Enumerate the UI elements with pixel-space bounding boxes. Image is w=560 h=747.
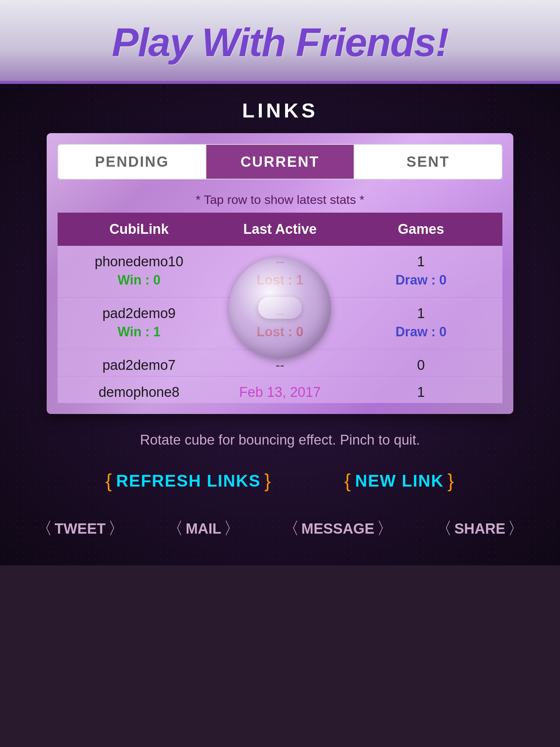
col-last-active: Last Active <box>210 221 351 237</box>
col-cubilink: CubiLink <box>69 221 210 237</box>
tweet-button[interactable]: 〈 TWEET 〉 <box>36 517 125 540</box>
tweet-label: TWEET <box>55 520 106 537</box>
row-name: pad2demo9 <box>69 306 210 321</box>
row-last-active: -- <box>210 357 351 373</box>
table-row[interactable]: demophone8 Feb 13, 2017 1 <box>58 376 502 403</box>
new-link-button[interactable]: { NEW LINK } <box>345 470 455 492</box>
cube-overlay <box>229 257 331 359</box>
angle-close-tweet: 〉 <box>108 517 125 540</box>
row-games: 1 <box>350 254 491 270</box>
message-label: MESSAGE <box>302 520 374 537</box>
table-header: CubiLink Last Active Games <box>58 213 502 246</box>
cube-shape <box>258 297 302 319</box>
page-title: Play With Friends! <box>112 19 448 65</box>
col-games: Games <box>350 221 491 237</box>
row-name: phonedemo10 <box>69 254 210 270</box>
angle-open-message: 〈 <box>283 517 299 540</box>
mail-label: MAIL <box>186 520 221 537</box>
share-button[interactable]: 〈 SHARE 〉 <box>435 517 524 540</box>
angle-open-tweet: 〈 <box>36 517 52 540</box>
angle-close-share: 〉 <box>508 517 524 540</box>
angle-close-mail: 〉 <box>223 517 240 540</box>
angle-open-share: 〈 <box>435 517 452 540</box>
share-label: SHARE <box>454 520 505 537</box>
brace-close-2: } <box>447 470 454 492</box>
stat-win: Win : 1 <box>69 324 210 340</box>
message-button[interactable]: 〈 MESSAGE 〉 <box>283 517 393 540</box>
brace-open-2: { <box>345 470 351 492</box>
refresh-links-label: REFRESH LINKS <box>116 471 261 491</box>
angle-close-message: 〉 <box>377 517 393 540</box>
stat-draw: Draw : 0 <box>350 324 491 340</box>
mail-button[interactable]: 〈 MAIL 〉 <box>167 517 240 540</box>
table-wrapper: CubiLink Last Active Games phonedemo10 -… <box>58 213 502 403</box>
brace-close-1: } <box>264 470 271 492</box>
brace-open-1: { <box>105 470 112 492</box>
row-name: demophone8 <box>69 384 210 400</box>
row-last-active: Feb 13, 2017 <box>210 384 351 400</box>
stat-win: Win : 0 <box>69 272 210 288</box>
row-name: pad2demo7 <box>69 357 210 373</box>
refresh-links-button[interactable]: { REFRESH LINKS } <box>105 470 271 492</box>
row-games: 1 <box>350 384 491 400</box>
action-buttons: { REFRESH LINKS } { NEW LINK } <box>105 462 455 506</box>
main-card: PENDING CURRENT SENT * Tap row to show l… <box>47 133 513 414</box>
row-games: 0 <box>350 357 491 373</box>
bottom-hint: Rotate cube for bouncing effect. Pinch t… <box>111 414 449 462</box>
tabs-container: PENDING CURRENT SENT <box>58 144 502 179</box>
stat-draw: Draw : 0 <box>350 272 491 288</box>
main-content: LINKS PENDING CURRENT SENT * Tap row to … <box>0 84 560 565</box>
share-bar: 〈 TWEET 〉 〈 MAIL 〉 〈 MESSAGE 〉 〈 SHARE 〉 <box>0 506 560 551</box>
angle-open-mail: 〈 <box>167 517 183 540</box>
links-title: LINKS <box>242 84 318 133</box>
tab-pending[interactable]: PENDING <box>58 145 206 179</box>
header: Play With Friends! <box>0 0 560 84</box>
tab-current[interactable]: CURRENT <box>206 145 354 179</box>
hint-text: * Tap row to show latest stats * <box>58 187 502 213</box>
tab-sent[interactable]: SENT <box>354 145 502 179</box>
row-games: 1 <box>350 306 491 321</box>
new-link-label: NEW LINK <box>355 471 444 491</box>
